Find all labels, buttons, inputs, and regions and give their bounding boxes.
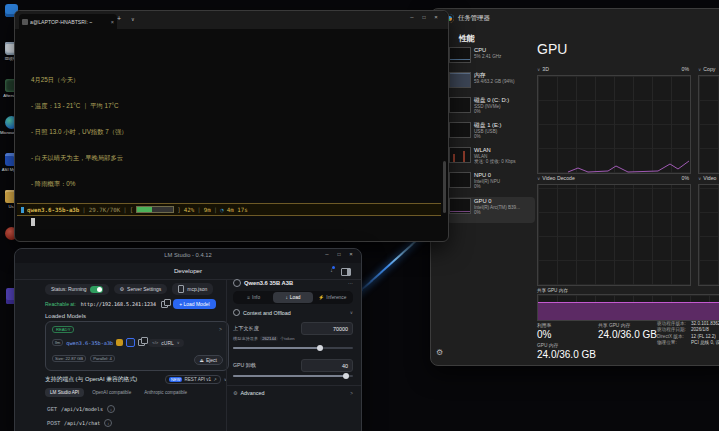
stat-value: 24.0/36.0 GB (598, 329, 657, 340)
endpoints-tabs: LM Studio API OpenAI compatible Anthropi… (45, 388, 192, 397)
new-tab-button[interactable]: + (117, 15, 121, 22)
minimize-button[interactable]: – (406, 14, 418, 20)
chevron-down-icon[interactable]: ∨ (537, 176, 540, 181)
window-title: 任务管理器 (458, 14, 490, 23)
close-button[interactable]: × (345, 251, 357, 257)
terminal-scrollbar[interactable] (443, 161, 446, 213)
task-manager-window: 任务管理器 性能 CPU 5% 2.41 GHz 内存 59.4/63.2 GB… (430, 8, 719, 366)
mcp-json-label: mcp.json (187, 286, 207, 292)
gear-icon[interactable]: ⚙ (436, 348, 443, 357)
panel-toggle-icon[interactable] (341, 268, 351, 276)
reachable-label: Reachable at: (45, 301, 76, 307)
detail-key: 物理位置: (657, 340, 691, 346)
panel-tabs: ≡Info ↓Load ⚡Inference (233, 291, 353, 304)
tab-lmstudio-api[interactable]: LM Studio API (45, 388, 84, 397)
model-size: Size: 22.87 GB (52, 355, 86, 362)
cpu-mini-graph (449, 47, 471, 63)
curl-dropdown[interactable]: </> cURL ∨ (148, 339, 184, 347)
chart-header-video-decode: ∨ Video Decode 0% (537, 175, 689, 181)
notification-dot (332, 266, 335, 269)
tab-openai-compatible[interactable]: OpenAI compatible (87, 388, 136, 397)
context-length-slider[interactable] (233, 347, 353, 349)
gpu-offload-row: GPU 卸载 40 (233, 359, 353, 372)
model-icon (233, 279, 241, 287)
endpoints-header[interactable]: 支持的端点 (与 OpenAI 兼容的格式) NEW REST API v1 ↗… (45, 375, 227, 384)
sidebar-item-wlan[interactable]: WLAN WLAN 发送: 0 接收: 0 Kbps (449, 147, 533, 171)
stat-value: 0% (537, 329, 551, 340)
sidebar-item-npu[interactable]: NPU 0 Intel(R) NPU 0% (449, 172, 533, 196)
info-icon[interactable]: i (104, 419, 112, 427)
advanced-label: Advanced (240, 390, 264, 396)
model-panel-header: Qwen3.6 35B A3B ··· (233, 279, 353, 287)
chevron-down-icon[interactable]: ∨ (698, 67, 701, 72)
terminal-window: a@LAPTOP-HNABTSRI: ~ × + ∨ – □ × 4月25日（今… (14, 10, 449, 242)
rest-api-pill[interactable]: NEW REST API v1 ↗ (165, 375, 221, 384)
running-toggle[interactable] (90, 286, 103, 293)
eject-button[interactable]: ⏏ Eject (194, 355, 223, 365)
terminal-tab[interactable]: a@LAPTOP-HNABTSRI: ~ × (19, 14, 117, 29)
curl-label: cURL (161, 340, 174, 346)
gear-icon: ⚙ (233, 390, 237, 396)
terminal-status-bar: qwen3.6-35b-a3b | 29.7K/70K | [] 42% | 9… (17, 203, 441, 216)
advanced-section[interactable]: ⚙ Advanced > (233, 390, 353, 396)
sidebar-item-memory[interactable]: 内存 59.4/63.2 GB (94%) (449, 72, 533, 96)
status-percent: 42% (184, 207, 194, 213)
tab-close-icon[interactable]: × (111, 19, 114, 25)
chart-video-decode (537, 184, 691, 286)
model-name[interactable]: qwen3.6-35b-a3b (66, 340, 113, 346)
endpoint-path[interactable]: /api/v1/models (61, 406, 103, 412)
sidebar-item-name: 磁盘 1 (E:) (474, 122, 501, 129)
panel-model-title: Qwen3.6 35B A3B (244, 280, 293, 286)
status-tokens: 29.7K/70K (89, 207, 120, 213)
server-settings-button[interactable]: ⚙ Server Settings (114, 284, 168, 294)
maximize-button[interactable]: □ (418, 14, 430, 20)
chevron-down-icon[interactable]: ∨ (537, 67, 540, 72)
context-hint: 模型支持最多 262144 个token (233, 336, 295, 341)
terminal-titlebar: a@LAPTOP-HNABTSRI: ~ × + ∨ – □ × (15, 11, 448, 29)
endpoint-path[interactable]: /api/v1/chat (64, 420, 100, 426)
gpu-offload-input[interactable]: 40 (301, 359, 353, 372)
weather-line: - 温度：13 - 21°C ｜ 平均 17°C (31, 102, 432, 111)
sidebar-item-disk0[interactable]: 磁盘 0 (C: D:) SSD (NVMe) 0% (449, 97, 533, 121)
tab-anthropic-compatible[interactable]: Anthropic compatible (139, 388, 192, 397)
lm-titlebar: LM Studio - 0.4.12 – □ × (15, 249, 361, 263)
context-length-input[interactable]: 70000 (301, 322, 353, 335)
copy-icon[interactable] (138, 339, 145, 346)
chevron-right-icon[interactable]: > (219, 326, 222, 332)
weather-line: - 降雨概率：0% (31, 180, 432, 189)
maximize-button[interactable]: □ (333, 251, 345, 257)
sidebar-item-sub: 5% 2.41 GHz (474, 54, 501, 59)
gpu-offload-slider[interactable] (233, 375, 353, 377)
more-icon[interactable]: ··· (348, 280, 353, 286)
tab-dropdown-icon[interactable]: ∨ (131, 16, 135, 22)
mcp-json-button[interactable]: mcp.json (172, 283, 213, 295)
info-icon[interactable]: i (107, 405, 115, 413)
copy-icon[interactable] (161, 301, 168, 308)
load-model-button[interactable]: + Load Model (173, 299, 215, 309)
page-title: 性能 (459, 33, 475, 44)
eject-icon: ⏏ (200, 358, 204, 363)
chevron-down-icon[interactable]: ∨ (698, 176, 701, 181)
sidebar-item-sub2: 发送: 0 接收: 0 Kbps (474, 159, 516, 164)
minimize-button[interactable]: – (321, 251, 333, 257)
sidebar-item-gpu-selected[interactable]: GPU 0 Intel(R) Arc(TM) B39... 0% (447, 197, 535, 223)
server-status-pill: Status: Running (45, 284, 109, 295)
new-badge: NEW (169, 377, 182, 382)
chart-copy (698, 75, 719, 174)
loaded-model-card[interactable]: READY > llm qwen3.6-35b-a3b </> cURL ∨ S… (45, 321, 229, 371)
context-length-label: 上下文长度 (233, 325, 259, 332)
close-button[interactable]: × (430, 14, 442, 20)
gear-icon: ⚙ (120, 286, 124, 292)
weather-line: - 日照 13.0 小时，UV指数 7（强） (31, 128, 432, 137)
detail-value: 12 (FL 12.2) (691, 334, 716, 339)
context-offload-section[interactable]: Context and Offload ∨ (233, 309, 353, 316)
server-url[interactable]: http://192.168.5.241:1234 (81, 301, 156, 307)
sidebar-item-disk1[interactable]: 磁盘 1 (E:) USB (USB) 0% (449, 122, 533, 146)
tab-info[interactable]: ≡Info (234, 295, 273, 300)
memory-mini-graph (449, 72, 471, 88)
terminal-cursor[interactable] (31, 218, 35, 226)
sidebar-item-cpu[interactable]: CPU 5% 2.41 GHz (449, 47, 533, 71)
tab-inference[interactable]: ⚡Inference (313, 295, 352, 300)
window-title: LM Studio - 0.4.12 (15, 252, 361, 258)
tab-load[interactable]: ↓Load (273, 292, 312, 303)
